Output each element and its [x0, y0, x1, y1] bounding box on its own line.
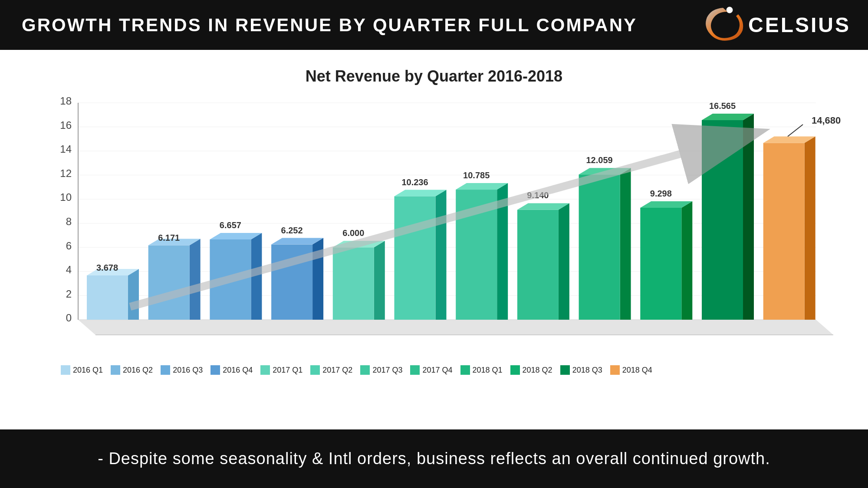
footer-text: - Despite some seasonality & Intl orders…: [98, 449, 770, 468]
legend-color-box: [310, 365, 320, 375]
svg-marker-55: [620, 168, 631, 320]
svg-line-70: [788, 124, 803, 137]
legend-color-box: [560, 365, 570, 375]
svg-rect-60: [640, 208, 681, 320]
svg-marker-27: [190, 239, 201, 320]
svg-text:6.000: 6.000: [342, 228, 364, 238]
svg-text:16.565: 16.565: [709, 101, 736, 111]
legend-item: 2017 Q2: [310, 365, 352, 375]
svg-rect-40: [333, 247, 374, 320]
svg-text:14,680: 14,680: [812, 115, 841, 126]
legend-item: 2018 Q3: [560, 365, 602, 375]
svg-rect-52: [517, 210, 559, 320]
chart-container: 0 2 4 6 8 10 12 14 16 18: [26, 90, 842, 359]
logo-area: CELSIUS: [704, 7, 851, 43]
svg-marker-43: [436, 190, 447, 320]
chart-title: Net Revenue by Quarter 2016-2018: [26, 67, 842, 85]
legend-color-box: [410, 365, 420, 375]
svg-marker-39: [374, 241, 385, 320]
svg-text:10: 10: [60, 191, 72, 203]
legend-color-box: [460, 365, 470, 375]
legend-color-box: [111, 365, 120, 375]
legend-label: 2018 Q1: [473, 366, 503, 375]
svg-rect-68: [763, 143, 805, 320]
legend-item: 2016 Q2: [111, 365, 153, 375]
svg-marker-67: [805, 137, 815, 320]
svg-text:10.236: 10.236: [401, 177, 428, 187]
svg-text:6.252: 6.252: [281, 226, 303, 235]
svg-marker-51: [559, 203, 569, 320]
legend-color-box: [610, 365, 620, 375]
svg-text:14: 14: [60, 143, 72, 155]
legend-item: 2017 Q4: [410, 365, 452, 375]
legend-label: 2018 Q3: [572, 366, 602, 375]
svg-rect-28: [148, 246, 190, 320]
bar-2018-q4: 14,680: [763, 115, 841, 320]
legend-color-box: [510, 365, 520, 375]
legend-item: 2018 Q1: [460, 365, 503, 375]
svg-text:9.298: 9.298: [650, 189, 672, 198]
header-title: GROWTH TRENDS IN REVENUE BY QUARTER FULL…: [22, 15, 637, 36]
legend-label: 2018 Q4: [622, 366, 652, 375]
svg-text:6: 6: [66, 240, 72, 252]
svg-text:18: 18: [60, 95, 72, 107]
bar-2016-q2: 6.171: [148, 233, 201, 320]
legend-color-box: [260, 365, 270, 375]
svg-marker-74: [78, 320, 833, 335]
legend-item: 2016 Q3: [161, 365, 203, 375]
svg-rect-56: [579, 174, 620, 320]
svg-text:3.678: 3.678: [96, 263, 118, 272]
legend-item: 2018 Q4: [610, 365, 652, 375]
bar-2016-q4: 6.252: [271, 226, 323, 320]
legend-label: 2016 Q1: [73, 366, 103, 375]
logo-text: CELSIUS: [748, 13, 851, 37]
legend-label: 2018 Q2: [523, 366, 552, 375]
legend-label: 2017 Q3: [372, 366, 402, 375]
svg-text:4: 4: [66, 264, 72, 275]
legend-item: 2018 Q2: [510, 365, 552, 375]
svg-text:6.171: 6.171: [158, 233, 180, 242]
svg-text:16: 16: [60, 119, 72, 131]
svg-rect-44: [395, 196, 436, 320]
svg-text:0: 0: [66, 312, 72, 324]
legend-color-box: [210, 365, 220, 375]
legend-label: 2016 Q3: [173, 366, 203, 375]
celsius-logo-icon: [704, 7, 745, 43]
legend-color-box: [360, 365, 370, 375]
svg-text:6.657: 6.657: [220, 220, 241, 230]
bar-2018-q2: 9.298: [640, 189, 692, 320]
legend-label: 2016 Q4: [223, 366, 253, 375]
main-content: Net Revenue by Quarter 2016-2018 0 2 4 6…: [0, 50, 868, 429]
legend-item: 2016 Q4: [210, 365, 253, 375]
bar-2017-q4: 9.140: [517, 190, 569, 320]
legend-color-box: [61, 365, 70, 375]
svg-rect-24: [87, 275, 128, 320]
svg-text:8: 8: [66, 216, 72, 227]
bar-2017-q3: 10.785: [456, 170, 508, 320]
legend: 2016 Q1 2016 Q2 2016 Q3 2016 Q4 2017 Q1 …: [26, 361, 842, 379]
legend-color-box: [161, 365, 170, 375]
legend-label: 2017 Q4: [422, 366, 452, 375]
legend-label: 2016 Q2: [123, 366, 153, 375]
svg-marker-23: [128, 269, 139, 320]
footer: - Despite some seasonality & Intl orders…: [0, 429, 868, 488]
svg-text:10.785: 10.785: [463, 170, 490, 180]
svg-text:12.059: 12.059: [586, 155, 613, 165]
chart-svg: 0 2 4 6 8 10 12 14 16 18: [26, 90, 842, 359]
svg-point-0: [727, 7, 733, 13]
bar-2017-q2: 10.236: [395, 177, 447, 320]
legend-label: 2017 Q1: [273, 366, 302, 375]
legend-label: 2017 Q2: [322, 366, 352, 375]
svg-marker-59: [681, 201, 692, 320]
legend-item: 2017 Q3: [360, 365, 402, 375]
svg-text:2: 2: [66, 288, 72, 300]
legend-item: 2017 Q1: [260, 365, 302, 375]
svg-text:12: 12: [60, 167, 72, 179]
legend-item: 2016 Q1: [61, 365, 103, 375]
header: GROWTH TRENDS IN REVENUE BY QUARTER FULL…: [0, 0, 868, 50]
svg-marker-63: [743, 114, 754, 320]
bar-2016-q1: 3.678: [87, 263, 139, 320]
